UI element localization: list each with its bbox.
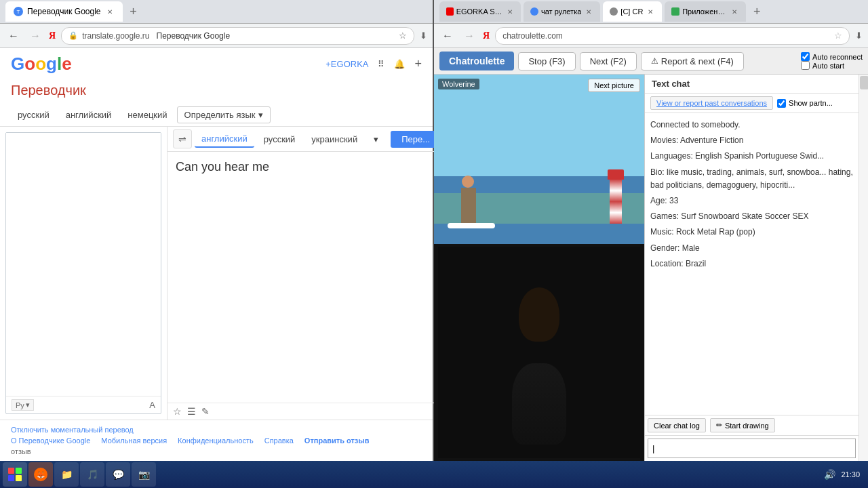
- chat-icon: 💬: [113, 469, 124, 480]
- chatroulette-logo-btn[interactable]: Chatroulette: [439, 52, 514, 70]
- show-partner-checkbox[interactable]: [777, 99, 786, 108]
- translate-button[interactable]: Пере...: [391, 131, 441, 148]
- tab-egorka[interactable]: EGORKA SIG... ✕: [439, 1, 521, 22]
- scroll-thumb[interactable]: [860, 76, 868, 89]
- camera-icon: 📷: [138, 469, 150, 480]
- bell-icon[interactable]: 🔔: [394, 59, 405, 69]
- video-column: Wolverine Next picture You: [434, 75, 644, 461]
- tab-close-translate[interactable]: ✕: [105, 7, 115, 16]
- tab-close-cr[interactable]: ✕: [646, 7, 655, 16]
- target-lang-english[interactable]: английский: [195, 131, 254, 148]
- star-icon-left[interactable]: ☆: [399, 30, 407, 41]
- next-button[interactable]: Next (F2): [580, 52, 637, 70]
- list-result-icon[interactable]: ☰: [187, 406, 196, 417]
- footer-help[interactable]: Справка: [264, 436, 294, 445]
- download-icon-right[interactable]: ⬇: [855, 30, 863, 41]
- auto-start-checkbox[interactable]: [801, 61, 810, 70]
- source-lang-bar: русский английский немецкий Определить я…: [0, 104, 433, 127]
- back-button-right[interactable]: ←: [439, 28, 456, 44]
- tab-app[interactable]: Приложени... ✕: [665, 1, 746, 22]
- back-button-left[interactable]: ←: [5, 28, 22, 44]
- forward-button-left[interactable]: →: [27, 28, 43, 44]
- result-toolbar: ☆ ☰ ✎: [167, 403, 446, 420]
- stop-button[interactable]: Stop (F3): [518, 52, 575, 70]
- lang-badge[interactable]: Ру ▾: [12, 399, 34, 411]
- target-lang-dropdown[interactable]: ▾: [367, 131, 385, 147]
- user-link[interactable]: +EGORKA: [326, 59, 368, 69]
- next-picture-button[interactable]: Next picture: [588, 79, 640, 92]
- taskbar-right: 🔊 21:30: [824, 469, 865, 480]
- swap-langs-button[interactable]: ⇌: [173, 129, 192, 148]
- taskbar-icon-5[interactable]: 📷: [132, 462, 156, 487]
- folder-icon: 📁: [61, 469, 73, 480]
- clear-log-button[interactable]: Clear chat log: [648, 418, 706, 432]
- apps-icon[interactable]: ⠿: [378, 59, 384, 69]
- tab-favicon-cr: [610, 7, 618, 16]
- tab-close-app[interactable]: ✕: [730, 7, 740, 16]
- target-lang-bar: ⇌ английский русский украинский ▾ Пере..…: [167, 127, 446, 152]
- tab-google-translate[interactable]: T Переводчик Google ✕: [5, 1, 123, 22]
- wolverine-scene: [434, 75, 644, 244]
- taskbar-icon-4[interactable]: 💬: [106, 462, 130, 487]
- new-tab-button-right[interactable]: +: [749, 3, 765, 20]
- tab-cr[interactable]: [C] CR ✕: [603, 1, 662, 22]
- chat-input-field[interactable]: [648, 439, 856, 458]
- text-chat-header: Text chat: [645, 75, 859, 94]
- translate-main-area: Ру ▾ A ⇌ английский русский украинский ▾…: [0, 127, 433, 420]
- taskbar-start-icon[interactable]: [3, 462, 27, 487]
- star-icon-right[interactable]: ☆: [834, 30, 842, 41]
- plus-icon[interactable]: +: [414, 57, 422, 71]
- lighthouse-element: [608, 169, 624, 224]
- feedback-text: отзыв: [11, 447, 422, 455]
- text-to-speech-icon[interactable]: A: [149, 400, 155, 410]
- result-text: Can you hear me: [167, 152, 446, 403]
- edit-result-icon[interactable]: ✎: [201, 406, 210, 417]
- star-result-icon[interactable]: ☆: [173, 406, 182, 417]
- taskbar-icon-2[interactable]: 📁: [54, 462, 79, 487]
- view-report-button[interactable]: View or report past conversations: [650, 96, 773, 110]
- tab-close-egorka[interactable]: ✕: [506, 7, 514, 16]
- lang-russian-btn[interactable]: русский: [11, 107, 56, 123]
- tab-favicon-egorka: [446, 7, 454, 16]
- msg-bio: Bio: like music, trading, animals, surf,…: [650, 166, 853, 192]
- download-icon-left[interactable]: ⬇: [420, 30, 427, 41]
- tab-favicon-translate: T: [14, 7, 23, 16]
- footer-submit[interactable]: Отправить отзыв: [304, 436, 370, 445]
- source-textarea[interactable]: [6, 133, 161, 396]
- url-box-right[interactable]: chatroulette.com ☆: [495, 27, 850, 45]
- footer-mobile[interactable]: Мобильная версия: [101, 436, 167, 445]
- footer-link-instant[interactable]: Отключить моментальный перевод: [11, 426, 134, 434]
- volume-icon[interactable]: 🔊: [824, 469, 835, 480]
- source-input-wrapper: Ру ▾ A: [5, 132, 161, 414]
- auto-reconnect-checkbox[interactable]: [801, 52, 810, 61]
- chatroulette-app: Chatroulette Stop (F3) Next (F2) ⚠ Repor…: [434, 48, 868, 461]
- your-video-feed: [438, 247, 640, 458]
- target-lang-ukrainian[interactable]: украинский: [304, 131, 364, 147]
- report-button[interactable]: ⚠ Report & next (F4): [641, 52, 744, 70]
- taskbar-icon-3[interactable]: 🎵: [80, 462, 104, 487]
- right-scrollbar[interactable]: [859, 75, 868, 461]
- url-box-left[interactable]: 🔒 translate.google.ru Переводчик Google …: [61, 27, 414, 45]
- taskbar-icon-1[interactable]: 🦊: [28, 462, 53, 487]
- lang-english-btn[interactable]: английский: [59, 107, 119, 123]
- tab-chat-roulette[interactable]: чат рулетка ✕: [524, 1, 600, 22]
- media-icon: 🎵: [87, 469, 98, 480]
- url-domain-left: translate.google.ru: [82, 31, 149, 41]
- firefox-icon: 🦊: [34, 468, 47, 481]
- msg-languages: Languages: English Spanish Portuguese Sw…: [650, 150, 853, 163]
- forward-button-right[interactable]: →: [461, 28, 477, 44]
- new-tab-button-left[interactable]: +: [125, 3, 142, 20]
- lang-german-btn[interactable]: немецкий: [121, 107, 174, 123]
- source-toolbar: Ру ▾ A: [6, 396, 161, 413]
- tab-close-chat[interactable]: ✕: [584, 7, 593, 16]
- tab-favicon-chat: [530, 7, 538, 16]
- detect-lang-btn[interactable]: Определить язык ▾: [177, 106, 271, 123]
- source-col: Ру ▾ A: [0, 127, 167, 420]
- target-lang-russian[interactable]: русский: [257, 131, 302, 147]
- footer-privacy[interactable]: Конфиденциальность: [178, 436, 254, 445]
- msg-movies: Movies: Adventure Fiction: [650, 134, 853, 147]
- pencil-icon: ✏: [716, 421, 722, 430]
- footer-about[interactable]: О Переводчике Google: [11, 436, 90, 445]
- taskbar-time: 21:30: [841, 470, 860, 479]
- start-drawing-button[interactable]: ✏ Start drawing: [710, 418, 775, 432]
